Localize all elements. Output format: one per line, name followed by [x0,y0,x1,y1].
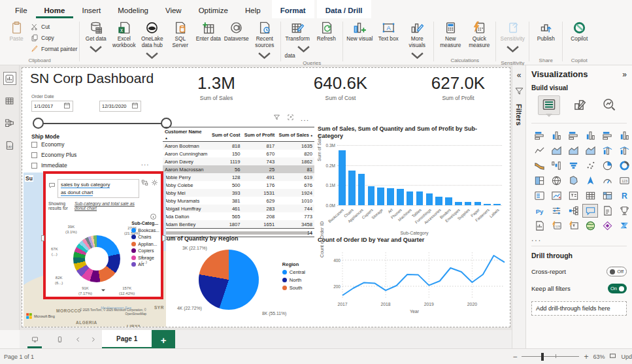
gallery-qna-visual-icon[interactable] [582,204,598,218]
model-view-button[interactable] [3,116,16,129]
turn-into-standard-visual-icon[interactable] [141,179,148,188]
bar[interactable] [397,189,404,205]
gallery-100-stacked-column-chart-icon[interactable] [616,129,632,142]
gallery-100-stacked-area-chart-icon[interactable] [582,144,598,157]
transform-data-button[interactable]: Transform data [283,19,312,59]
quick-measure-button[interactable]: Quick measure [465,19,493,49]
tab-build-visual[interactable] [538,95,560,115]
legend-item[interactable]: South [282,285,305,291]
table-row[interactable]: Abby Mei39315311924 [163,189,314,197]
gallery-funnel-chart-icon[interactable] [565,159,581,173]
table-row[interactable]: Aaron Macrossan562581 [163,165,314,173]
table-row[interactable]: Adam Bentley180716513458 [163,220,314,229]
gallery-r-script-visual-icon[interactable]: R [616,189,632,203]
gallery-decomposition-tree-icon[interactable] [565,204,581,218]
gallery-more-icon[interactable]: ... [531,234,627,243]
page-tab[interactable]: Page 1 [102,330,152,350]
ribbon-tab-view[interactable]: View [157,0,190,18]
kpi-card-profit[interactable]: 627.0K Sum of Profit [409,73,507,101]
excel-workbook-button[interactable]: xExcel workbook [110,19,138,49]
legend-item[interactable]: Chairs [131,235,159,239]
gallery-donut-chart-icon[interactable] [616,159,632,173]
bar[interactable] [484,204,491,206]
gallery-quick-measure-card-icon[interactable]: 123 [548,219,564,233]
zoom-in-button[interactable]: + [584,352,588,361]
report-page[interactable]: SN Corp Dashboard Order Date 1/1/2017 12… [22,67,510,327]
bar[interactable] [435,197,442,205]
previous-page-icon[interactable] [75,336,82,344]
recent-sources-button[interactable]: Recent sources [250,19,278,66]
gallery-power-automate-icon[interactable] [616,219,632,233]
legend-item[interactable]: Storage [131,256,159,260]
legend-item[interactable]: Art [131,262,159,267]
enter-data-button[interactable]: Enter data [194,19,222,42]
fit-to-page-icon[interactable] [609,352,616,361]
gallery-stacked-area-chart-icon[interactable] [565,144,581,157]
table-row[interactable]: Aaron Bootman8188171635 [163,142,314,150]
keep-all-filters-toggle[interactable]: On [608,284,627,293]
ribbon-tab-file[interactable]: File [7,0,36,18]
new-measure-button[interactable]: New measure [436,19,465,49]
legend-item[interactable]: North [282,277,305,283]
gallery-table-icon[interactable] [582,189,598,203]
bar[interactable] [426,193,433,205]
get-data-button[interactable]: Get data [82,19,110,59]
legend-item[interactable]: Central [282,269,305,275]
checkbox[interactable] [31,152,37,158]
gallery-line-chart-icon[interactable] [531,144,547,157]
bar[interactable] [348,171,356,205]
legend-item[interactable]: Copiers [131,248,159,253]
line-chart-visual[interactable]: Count of Order ID by Year and Quarter Co… [318,237,511,319]
gallery-slicer-icon[interactable] [565,189,581,203]
table-row[interactable]: Abby Colebe500176676 [163,181,314,189]
more-options-icon[interactable]: ... [141,159,150,167]
gear-icon[interactable] [151,179,158,188]
gallery-clustered-bar-chart-icon[interactable] [565,129,581,142]
checkbox[interactable] [31,163,37,169]
gallery-line-and-clustered-column-chart-icon[interactable] [616,144,632,157]
format-painter-button[interactable]: Format painter [31,44,77,54]
qna-question-input[interactable]: sales by sub category as donut chart [58,179,139,198]
checkbox[interactable] [31,142,37,148]
next-page-icon[interactable] [90,336,97,344]
kpi-card-cost[interactable]: 640.6K Sum of Cost [291,73,390,101]
table-row[interactable]: Aaron Cunningham150670820 [163,150,314,157]
dax-query-view-button[interactable]: DAX [3,139,16,152]
gallery-scatter-chart-icon[interactable] [582,159,598,173]
table-header[interactable]: Customer Name▲ [163,127,210,142]
legend-item[interactable]: Applian... [131,242,159,246]
gallery-dynamic-slicer-icon[interactable] [565,219,581,233]
table-horizontal-scrollbar[interactable] [163,231,308,235]
gallery-line-and-stacked-column-chart-icon[interactable] [599,144,615,157]
more-visuals-button[interactable]: More visuals [403,19,431,66]
bar[interactable] [358,174,365,206]
ribbon-tab-home[interactable]: Home [36,0,74,18]
mobile-view-button[interactable] [50,330,69,350]
cross-report-toggle[interactable]: Off [607,267,627,276]
gallery-stacked-column-chart-icon[interactable] [548,129,564,142]
table-header[interactable]: Sum of Profit [242,127,277,142]
bar[interactable] [368,186,375,205]
table-row[interactable]: Abbie Perry128491619 [163,173,314,181]
zoom-slider[interactable] [522,356,579,357]
zoom-out-button[interactable]: − [512,352,517,361]
table-row[interactable]: Abigail Humffray461283744 [163,205,314,212]
gallery-waterfall-chart-icon[interactable] [548,159,564,173]
new-page-button[interactable]: + [152,330,175,350]
copilot-button[interactable]: Copilot [565,19,593,42]
dataverse-button[interactable]: Dataverse [222,19,250,42]
ribbon-tab-data-drill[interactable]: Data / Drill [317,0,371,18]
bar[interactable] [339,150,346,205]
gallery-new-slicer-icon[interactable] [548,204,564,218]
ribbon-tab-insert[interactable]: Insert [73,0,109,18]
paste-button[interactable]: Paste [2,19,31,42]
gallery-metrics-icon[interactable] [616,204,632,218]
selection-handle[interactable] [41,235,44,241]
bar[interactable] [377,188,384,205]
bar-chart-visual[interactable]: Sum of Sales, Sum of Quantity and Sum of… [318,125,511,235]
pie-chart-visual[interactable]: Sum of Quantity by Region 8K (55.11%)4K … [163,235,314,319]
customer-table-visual[interactable]: Customer Name▲Sum of CostSum of ProfitSu… [163,127,314,237]
ship-mode-option-economy-plus[interactable]: Economy Plus [31,152,76,158]
table-row[interactable]: Abby Muramats3816291010 [163,197,314,205]
ribbon-tab-format[interactable]: Format [272,0,314,18]
